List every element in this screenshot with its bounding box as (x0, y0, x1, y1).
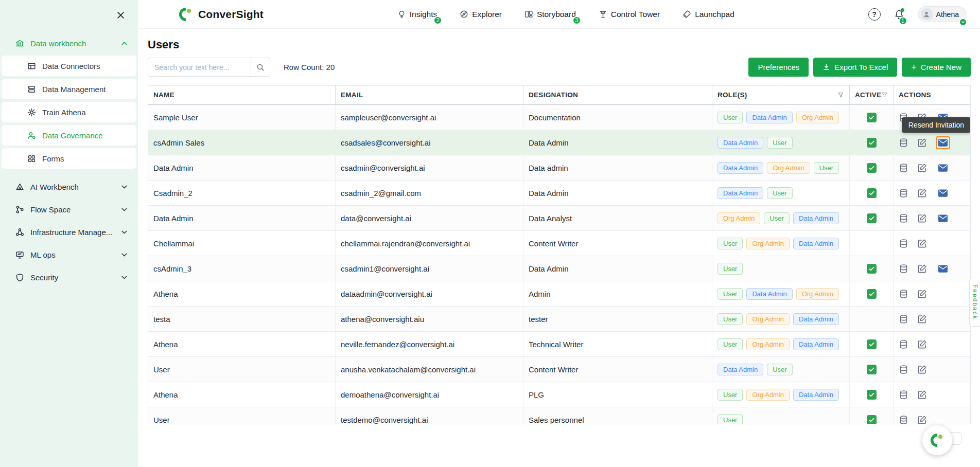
edit-user-button[interactable] (917, 415, 927, 425)
active-checkbox[interactable] (867, 365, 877, 374)
sidebar-section-infrastructure-management[interactable]: Infrastructure Manage... (0, 221, 138, 243)
active-checkbox[interactable] (867, 415, 877, 425)
edit-user-button[interactable] (917, 314, 927, 324)
table-row[interactable]: Sample User sampleuser@conversight.ai Do… (148, 105, 970, 130)
edit-user-button[interactable] (917, 188, 927, 198)
cell-active (850, 332, 894, 356)
shield-icon (15, 273, 24, 282)
search-icon (256, 63, 265, 71)
sidebar-close-button[interactable] (116, 8, 130, 22)
datasets-button[interactable] (899, 188, 908, 198)
sidebar-section-security[interactable]: Security (0, 266, 138, 289)
active-checkbox[interactable] (867, 138, 877, 148)
conversight-logo[interactable]: ConverSight (178, 7, 264, 22)
table-row[interactable]: csAdmin_3 csadmin1@conversight.ai Data A… (148, 256, 970, 281)
role-badge: User (717, 112, 743, 123)
plus-icon: + (911, 63, 917, 72)
sidebar-item-forms[interactable]: Forms (2, 148, 136, 169)
resend-invitation-button[interactable]: Resend Invitation (936, 212, 950, 225)
datasets-button[interactable] (899, 163, 908, 173)
role-badge: Data Admin (746, 288, 792, 300)
cell-name: Athena (148, 332, 336, 356)
search-button[interactable] (251, 58, 270, 77)
active-checkbox[interactable] (867, 213, 877, 223)
table-row[interactable]: Athena demoathena@conversight.ai PLG Use… (148, 382, 970, 407)
datasets-button[interactable] (899, 264, 908, 274)
cell-email: csadmin1@conversight.ai (336, 256, 523, 281)
toolbar: Row Count: 20 Preferences Export To Exce… (148, 58, 971, 77)
edit-user-button[interactable] (917, 163, 927, 173)
datasets-button[interactable] (899, 339, 908, 349)
active-checkbox[interactable] (867, 339, 877, 349)
resend-invitation-button[interactable]: Resend Invitation (936, 187, 950, 200)
nav-item-storyboard[interactable]: Storyboard 3 (524, 10, 576, 19)
active-checkbox[interactable] (867, 264, 877, 274)
table-row[interactable]: User testdemo@conversight.ai Sales perso… (148, 407, 970, 424)
sidebar-section-label: AI Workbench (30, 183, 79, 191)
feedback-tab[interactable]: Feedback (969, 278, 980, 327)
table-row[interactable]: Data Admin data@conversight.ai Data Anal… (148, 206, 970, 231)
edit-user-button[interactable] (917, 264, 927, 274)
resend-invitation-button[interactable]: Resend Invitation (936, 262, 950, 275)
sidebar-item-data-management[interactable]: Data Management (2, 79, 136, 99)
user-menu[interactable]: Athena (918, 6, 967, 22)
datasets-button[interactable] (899, 314, 908, 324)
sidebar-section-label: Flow Space (30, 205, 71, 214)
datasets-button[interactable] (899, 213, 908, 223)
edit-user-button[interactable] (917, 339, 927, 349)
table-row[interactable]: Athena dataadmin@conversight.ai Admin Us… (148, 281, 970, 307)
edit-user-button[interactable] (917, 390, 927, 400)
conversight-assistant-button[interactable] (922, 425, 952, 455)
help-button[interactable]: ? (868, 8, 881, 21)
edit-user-button[interactable] (917, 239, 927, 248)
table-row[interactable]: csAdmin Sales csadsales@conversight.ai D… (148, 130, 970, 155)
table-row[interactable]: Athena neville.fernandez@conversight.ai … (148, 332, 970, 357)
filter-icon[interactable] (881, 92, 888, 98)
edit-user-button[interactable] (917, 365, 927, 374)
edit-user-button[interactable] (917, 213, 927, 223)
nav-item-launchpad[interactable]: Launchpad (682, 10, 734, 19)
resend-invitation-button[interactable]: Resend Invitation (936, 161, 950, 174)
cell-name: Athena (148, 382, 336, 407)
sidebar-section-ml-ops[interactable]: ML ops (0, 243, 138, 266)
sidebar-item-train-athena[interactable]: Train Athena (2, 102, 136, 122)
role-badge: User (717, 313, 743, 325)
role-badge: User (717, 338, 743, 350)
active-checkbox[interactable] (867, 113, 877, 122)
export-to-excel-button[interactable]: Export To Excel (813, 58, 897, 77)
active-checkbox[interactable] (867, 390, 877, 400)
sidebar-item-label: Forms (42, 154, 64, 163)
datasets-icon (899, 264, 908, 274)
active-checkbox[interactable] (867, 163, 877, 173)
datasets-button[interactable] (899, 289, 908, 299)
table-row[interactable]: Chellammai chellammai.rajendran@conversi… (148, 231, 970, 256)
edit-user-button[interactable] (917, 289, 927, 299)
sidebar-item-data-connectors[interactable]: Data Connectors (2, 56, 136, 76)
sidebar-item-data-governance[interactable]: Data Governance (2, 125, 136, 146)
table-row[interactable]: testa athena@conversight.aiu tester User… (148, 307, 970, 332)
create-new-button[interactable]: + Create New (902, 58, 971, 77)
filter-icon[interactable] (837, 92, 844, 98)
datasets-button[interactable] (899, 138, 908, 148)
sidebar-section-flow-space[interactable]: Flow Space (0, 198, 138, 221)
nav-item-control-tower[interactable]: Control Tower (599, 10, 660, 19)
datasets-button[interactable] (899, 239, 908, 248)
datasets-button[interactable] (899, 390, 908, 400)
sidebar-section-data-workbench[interactable]: Data workbench (0, 32, 138, 55)
edit-user-button[interactable] (917, 138, 927, 148)
resend-invitation-button[interactable]: Resend Invitation (936, 136, 950, 149)
active-checkbox[interactable] (867, 188, 877, 198)
table-row[interactable]: Data Admin csadmin@conversight.ai Data a… (148, 155, 970, 181)
active-checkbox[interactable] (867, 289, 877, 299)
nav-item-insights[interactable]: Insights 2 (397, 10, 437, 19)
table-row[interactable]: User anusha.venkatachalam@conversight.ai… (148, 357, 970, 382)
datasets-button[interactable] (899, 415, 908, 425)
preferences-button[interactable]: Preferences (748, 58, 809, 77)
datasets-button[interactable] (899, 365, 908, 374)
notifications-button[interactable]: 1 (894, 9, 904, 20)
search-input[interactable] (148, 58, 251, 77)
table-row[interactable]: Csadmin_2 csadmin_2@gmail.com Data Admin… (148, 181, 970, 206)
nav-item-explorer[interactable]: Explorer (460, 10, 502, 19)
cell-designation: Data Admin (523, 181, 712, 205)
sidebar-section-ai-workbench[interactable]: AI Workbench (0, 175, 138, 198)
